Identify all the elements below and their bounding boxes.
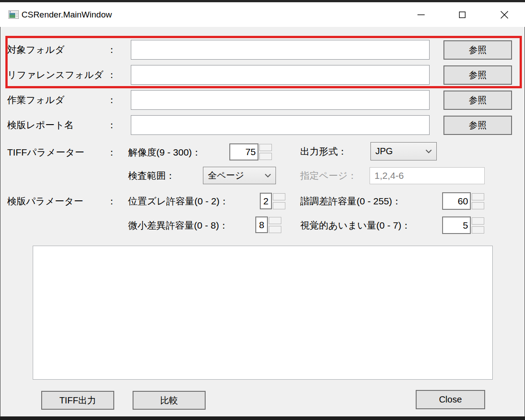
visual-ambiguity-label: 視覚的あいまい量(0 - 7)： — [300, 216, 411, 235]
label-colon: ： — [107, 146, 116, 159]
tone-diff-label: 諧調差許容量(0 - 255)： — [300, 192, 401, 211]
tone-diff-spin-down-button[interactable] — [472, 202, 484, 209]
output-format-label: 出力形式： — [300, 142, 347, 161]
minor-diff-spin-up-button[interactable] — [269, 217, 281, 224]
label-text: 検版レポート名 — [7, 119, 73, 131]
label-colon: ： — [107, 94, 116, 106]
target-folder-input[interactable] — [131, 40, 430, 60]
label-text: TIFFパラメーター — [7, 146, 84, 159]
inspection-range-label: 検査範囲： — [128, 167, 175, 185]
close-action-button[interactable]: Close — [416, 390, 485, 409]
resolution-spin-down-button[interactable] — [259, 153, 272, 160]
tiff-params-label: TIFFパラメーター ： — [7, 143, 116, 162]
visual-ambiguity-spin-up-button[interactable] — [472, 217, 484, 225]
log-output-area[interactable] — [33, 246, 493, 380]
main-window: CSRender.MainWindow 対象フォルダ ： 参照 リファレンスフォ… — [0, 0, 525, 420]
minor-diff-label: 微小差異許容量(0 - 8)： — [128, 216, 228, 235]
output-format-value: JPG — [375, 146, 393, 156]
maximize-icon — [458, 10, 467, 19]
visual-ambiguity-input[interactable] — [442, 216, 471, 234]
title-bar[interactable]: CSRender.MainWindow — [0, 2, 525, 27]
app-icon — [9, 10, 19, 19]
tiff-output-button[interactable]: TIFF出力 — [41, 391, 114, 410]
resolution-input[interactable] — [229, 143, 258, 160]
label-colon: ： — [107, 119, 116, 131]
specified-pages-input[interactable] — [370, 167, 485, 184]
chevron-down-icon — [426, 149, 432, 153]
maximize-button[interactable] — [448, 2, 477, 27]
reference-folder-label: リファレンスフォルダ ： — [7, 65, 116, 85]
position-shift-spin-down-button[interactable] — [273, 202, 285, 209]
inspection-range-select[interactable]: 全ページ — [203, 167, 276, 184]
report-name-browse-button[interactable]: 参照 — [443, 116, 512, 135]
label-colon: ： — [107, 195, 116, 208]
compare-button[interactable]: 比較 — [133, 391, 206, 410]
background-window-strip-bottom — [0, 416, 525, 420]
position-shift-input[interactable] — [260, 193, 272, 209]
work-folder-browse-button[interactable]: 参照 — [443, 91, 512, 110]
label-text: 作業フォルダ — [7, 94, 65, 106]
close-icon — [499, 10, 509, 20]
work-folder-input[interactable] — [131, 90, 430, 110]
resolution-spin-up-button[interactable] — [259, 144, 272, 151]
tone-diff-spinner — [442, 192, 484, 210]
resolution-label: 解像度(9 - 300)： — [128, 143, 201, 162]
position-shift-label: 位置ズレ許容量(0 - 2)： — [128, 192, 229, 211]
output-format-select[interactable]: JPG — [370, 142, 437, 160]
inspection-range-value: 全ページ — [208, 169, 244, 182]
target-folder-browse-button[interactable]: 参照 — [443, 40, 512, 60]
visual-ambiguity-spinner — [442, 216, 484, 234]
label-text: 検版パラメーター — [7, 195, 83, 208]
minor-diff-input[interactable] — [255, 216, 268, 233]
close-button[interactable] — [490, 2, 519, 27]
label-colon: ： — [107, 43, 116, 56]
label-text: 対象フォルダ — [7, 43, 65, 56]
label-colon: ： — [107, 69, 116, 81]
position-shift-spinner — [260, 193, 285, 209]
tone-diff-spin-up-button[interactable] — [472, 193, 484, 200]
position-shift-spin-up-button[interactable] — [273, 193, 285, 200]
reference-folder-input[interactable] — [131, 65, 430, 85]
minimize-button[interactable] — [407, 2, 435, 27]
tone-diff-input[interactable] — [442, 192, 471, 210]
chevron-down-icon — [265, 173, 271, 178]
minimize-icon — [417, 10, 426, 19]
target-folder-label: 対象フォルダ ： — [7, 40, 116, 60]
reference-folder-browse-button[interactable]: 参照 — [443, 65, 512, 85]
work-folder-label: 作業フォルダ ： — [7, 90, 116, 110]
visual-ambiguity-spin-down-button[interactable] — [472, 226, 484, 234]
report-name-label: 検版レポート名 ： — [7, 115, 116, 135]
label-text: リファレンスフォルダ — [7, 69, 103, 81]
minor-diff-spin-down-button[interactable] — [269, 226, 281, 233]
kenpan-params-label: 検版パラメーター ： — [7, 192, 116, 211]
specified-pages-label: 指定ページ： — [300, 167, 357, 185]
report-name-input[interactable] — [131, 115, 430, 135]
resolution-spinner — [229, 143, 272, 160]
window-title: CSRender.MainWindow — [22, 2, 112, 27]
minor-diff-spinner — [255, 216, 281, 233]
